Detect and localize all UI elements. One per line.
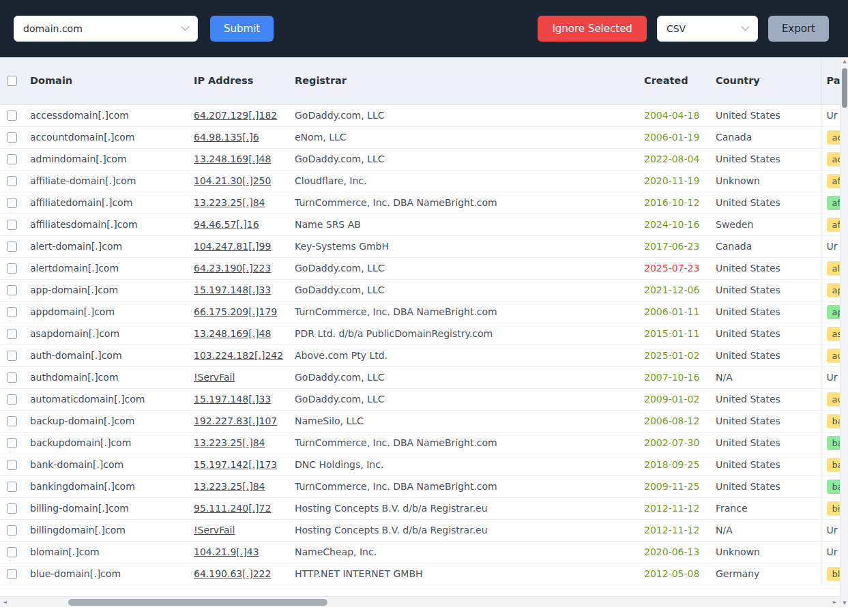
table-row: backup-domain[.]com192.227.83[.]107NameS… xyxy=(0,410,840,432)
domain-cell: affiliatesdomain[.]com xyxy=(30,219,138,230)
row-checkbox[interactable] xyxy=(7,329,17,339)
ip-address-link[interactable]: !ServFail xyxy=(194,372,235,383)
export-format-value: CSV xyxy=(667,23,686,34)
table-row: appdomain[.]com66.175.209[.]179TurnComme… xyxy=(0,301,840,323)
ip-address-link[interactable]: 103.224.182[.]242 xyxy=(194,350,283,361)
extra-text: Ur xyxy=(827,372,838,383)
ip-address-link[interactable]: 13.223.25[.]84 xyxy=(194,437,265,448)
ip-address-link[interactable]: 94.46.57[.]16 xyxy=(194,219,259,230)
extra-badge: al xyxy=(827,261,840,276)
ip-address-link[interactable]: !ServFail xyxy=(194,525,235,536)
created-date: 2016-10-12 xyxy=(644,197,699,208)
row-checkbox[interactable] xyxy=(7,372,17,383)
row-checkbox[interactable] xyxy=(7,220,17,230)
table-row: accountdomain[.]com64.98.135[.]6eNom, LL… xyxy=(0,126,840,148)
export-button[interactable]: Export xyxy=(768,16,829,42)
row-checkbox[interactable] xyxy=(7,154,17,164)
horizontal-scrollbar-thumb[interactable] xyxy=(68,599,327,606)
submit-button[interactable]: Submit xyxy=(210,16,274,42)
ip-address-link[interactable]: 15.197.148[.]33 xyxy=(194,284,271,295)
row-checkbox[interactable] xyxy=(7,438,17,448)
extra-badge: ac xyxy=(827,130,840,145)
extra-badge: bi xyxy=(827,501,840,516)
extra-badge: ba xyxy=(827,414,840,428)
row-checkbox[interactable] xyxy=(7,307,17,317)
chevron-down-icon xyxy=(181,23,190,31)
row-checkbox[interactable] xyxy=(7,525,17,536)
ip-address-link[interactable]: 64.98.135[.]6 xyxy=(194,132,259,143)
select-all-checkbox[interactable] xyxy=(7,76,17,86)
table-row: authdomain[.]com!ServFailGoDaddy.com, LL… xyxy=(0,366,840,388)
row-checkbox[interactable] xyxy=(7,263,17,274)
registrar-cell: HTTP.NET INTERNET GMBH xyxy=(295,568,423,579)
extra-badge: ac xyxy=(827,152,840,166)
ip-address-link[interactable]: 64.207.129[.]182 xyxy=(194,110,277,121)
horizontal-scrollbar[interactable]: ◄ ► xyxy=(0,596,840,607)
ip-address-link[interactable]: 15.197.148[.]33 xyxy=(194,394,271,405)
ip-address-link[interactable]: 66.175.209[.]179 xyxy=(194,306,277,317)
created-date: 2006-01-11 xyxy=(644,306,699,317)
ignore-selected-button[interactable]: Ignore Selected xyxy=(538,16,647,42)
ip-address-link[interactable]: 13.223.25[.]84 xyxy=(194,481,265,492)
table-body: accessdomain[.]com64.207.129[.]182GoDadd… xyxy=(0,104,840,585)
row-checkbox[interactable] xyxy=(7,503,17,514)
created-date: 2020-11-19 xyxy=(644,175,699,186)
ip-address-link[interactable]: 64.190.63[.]222 xyxy=(194,568,271,579)
row-checkbox[interactable] xyxy=(7,460,17,470)
ip-address-link[interactable]: 95.111.240[.]72 xyxy=(194,503,271,514)
extra-badge: ba xyxy=(827,436,840,450)
domain-cell: accessdomain[.]com xyxy=(30,110,129,121)
ip-address-link[interactable]: 15.197.142[.]173 xyxy=(194,459,277,470)
export-format-select[interactable]: CSV xyxy=(657,16,758,42)
row-checkbox[interactable] xyxy=(7,132,17,143)
registrar-cell: TurnCommerce, Inc. DBA NameBright.com xyxy=(295,306,497,317)
row-checkbox[interactable] xyxy=(7,482,17,492)
row-checkbox[interactable] xyxy=(7,111,17,121)
scroll-up-arrow-icon[interactable]: ▲ xyxy=(840,57,848,65)
ip-address-link[interactable]: 13.223.25[.]84 xyxy=(194,197,265,208)
registrar-cell: NameCheap, Inc. xyxy=(295,546,377,557)
ip-address-link[interactable]: 64.23.190[.]223 xyxy=(194,263,271,274)
created-date: 2009-11-25 xyxy=(644,481,699,492)
table-row: alert-domain[.]com104.247.81[.]99Key-Sys… xyxy=(0,235,840,257)
country-cell: Germany xyxy=(716,568,759,579)
table-row: bankingdomain[.]com13.223.25[.]84TurnCom… xyxy=(0,475,840,497)
ip-address-link[interactable]: 192.227.83[.]107 xyxy=(194,415,277,426)
vertical-scrollbar-thumb[interactable] xyxy=(842,68,847,108)
extra-badge: ba xyxy=(827,458,840,472)
country-cell: N/A xyxy=(716,372,733,383)
row-checkbox[interactable] xyxy=(7,416,17,426)
scroll-down-arrow-icon[interactable]: ▼ xyxy=(840,599,848,607)
registrar-cell: Key-Systems GmbH xyxy=(295,241,389,252)
ip-address-link[interactable]: 104.21.30[.]250 xyxy=(194,175,271,186)
domain-cell: blue-domain[.]com xyxy=(30,568,121,579)
registrar-cell: NameSilo, LLC xyxy=(295,415,364,426)
row-checkbox[interactable] xyxy=(7,394,17,405)
domain-cell: alert-domain[.]com xyxy=(30,241,122,252)
registrar-cell: Hosting Concepts B.V. d/b/a Registrar.eu xyxy=(295,525,488,536)
extra-badge: as xyxy=(827,327,840,341)
domain-select[interactable]: domain.com xyxy=(14,16,198,42)
domain-cell: affiliatedomain[.]com xyxy=(30,197,132,208)
row-checkbox[interactable] xyxy=(7,241,17,252)
ip-address-link[interactable]: 104.247.81[.]99 xyxy=(194,241,271,252)
scroll-right-arrow-icon[interactable]: ► xyxy=(833,597,837,608)
registrar-cell: GoDaddy.com, LLC xyxy=(295,153,384,164)
ip-address-link[interactable]: 13.248.169[.]48 xyxy=(194,328,271,339)
ip-address-link[interactable]: 104.21.9[.]43 xyxy=(194,546,259,557)
row-checkbox[interactable] xyxy=(7,547,17,557)
ip-address-link[interactable]: 13.248.169[.]48 xyxy=(194,153,271,164)
vertical-scrollbar[interactable]: ▲ ▼ xyxy=(840,57,848,607)
domain-cell: app-domain[.]com xyxy=(30,284,118,295)
table-row: blue-domain[.]com64.190.63[.]222HTTP.NET… xyxy=(0,563,840,585)
table-row: blomain[.]com104.21.9[.]43NameCheap, Inc… xyxy=(0,541,840,563)
row-checkbox[interactable] xyxy=(7,198,17,208)
row-checkbox[interactable] xyxy=(7,285,17,295)
row-checkbox[interactable] xyxy=(7,176,17,186)
toolbar-left-group: domain.com Submit xyxy=(14,16,274,42)
scroll-left-arrow-icon[interactable]: ◄ xyxy=(3,597,7,608)
row-checkbox[interactable] xyxy=(7,569,17,579)
row-checkbox[interactable] xyxy=(7,351,17,361)
created-date: 2022-08-04 xyxy=(644,153,699,164)
country-cell: United States xyxy=(716,481,780,492)
